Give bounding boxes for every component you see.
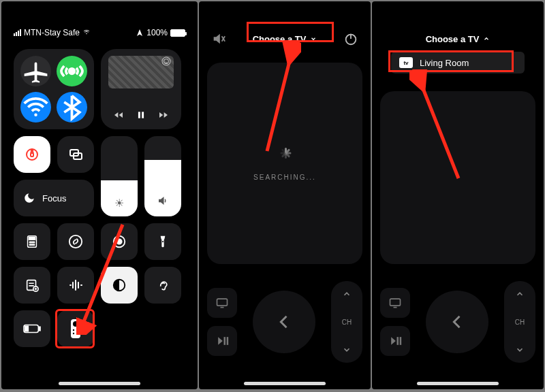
channel-rocker[interactable]: CH — [504, 281, 535, 363]
brightness-icon: ☀ — [101, 197, 138, 210]
svg-point-15 — [33, 242, 35, 243]
media-tile[interactable] — [101, 49, 181, 129]
carrier-label: MTN-Stay Safe — [24, 28, 80, 37]
svg-point-32 — [77, 329, 78, 331]
volume-slider[interactable] — [144, 136, 181, 216]
control-center-screen: MTN-Stay Safe 100% — [1, 1, 198, 389]
play-pause-button[interactable] — [207, 326, 237, 356]
screen-mirroring-toggle[interactable] — [57, 136, 94, 173]
battery-pct: 100% — [146, 28, 168, 37]
svg-point-14 — [31, 242, 33, 243]
svg-point-2 — [34, 114, 37, 117]
screen-record-button[interactable] — [101, 223, 138, 260]
svg-point-21 — [116, 239, 121, 244]
svg-rect-39 — [224, 337, 226, 345]
remote-touchpad[interactable]: SEARCHING... — [207, 63, 362, 264]
rewind-button[interactable] — [113, 110, 124, 122]
calculator-button[interactable] — [14, 223, 50, 260]
svg-rect-28 — [25, 326, 29, 331]
svg-point-17 — [31, 244, 33, 246]
choose-tv-button[interactable]: Choose a TV — [418, 30, 499, 48]
brightness-slider[interactable]: ☀ — [101, 136, 138, 216]
svg-rect-6 — [142, 112, 144, 118]
flashlight-button[interactable] — [144, 223, 181, 260]
notes-button[interactable] — [14, 267, 50, 304]
location-icon — [136, 29, 144, 37]
searching-label: SEARCHING... — [253, 174, 316, 181]
svg-rect-12 — [29, 238, 35, 240]
connectivity-tile[interactable] — [14, 49, 94, 129]
svg-point-34 — [77, 333, 78, 334]
low-power-toggle[interactable] — [14, 310, 50, 347]
dark-mode-toggle[interactable] — [101, 267, 138, 304]
back-button[interactable] — [426, 291, 488, 353]
status-bar: MTN-Stay Safe 100% — [14, 23, 185, 42]
svg-point-16 — [29, 244, 31, 246]
svg-rect-40 — [227, 337, 229, 345]
wifi-toggle[interactable] — [20, 92, 51, 122]
power-icon[interactable] — [343, 31, 358, 46]
focus-toggle[interactable]: Focus — [14, 180, 94, 216]
chevron-up-icon — [483, 35, 490, 42]
svg-point-31 — [73, 329, 74, 331]
cell-signal-icon — [14, 29, 21, 36]
remote-screen-searching: Choose a TV SEARCHING... — [199, 1, 371, 389]
svg-point-30 — [73, 321, 78, 327]
channel-rocker[interactable]: CH — [331, 281, 362, 363]
chevron-down-icon[interactable] — [515, 345, 525, 355]
volume-icon — [144, 195, 181, 210]
airplane-toggle[interactable] — [20, 56, 51, 86]
remote-screen-dropdown: x Choose a TV x tv Living Room CH — [372, 1, 544, 389]
battery-icon — [170, 29, 185, 37]
forward-button[interactable] — [158, 110, 169, 122]
svg-rect-43 — [397, 337, 399, 345]
highlight-box — [388, 50, 514, 72]
home-indicator[interactable] — [417, 382, 499, 385]
svg-point-22 — [162, 241, 164, 242]
home-indicator[interactable] — [59, 382, 140, 385]
svg-point-1 — [69, 69, 75, 74]
highlight-box — [247, 22, 334, 42]
svg-point-33 — [73, 333, 74, 334]
svg-rect-38 — [217, 299, 228, 306]
shazam-button[interactable] — [57, 223, 94, 260]
remote-touchpad[interactable] — [380, 91, 535, 264]
focus-label: Focus — [42, 193, 66, 203]
tv-button[interactable] — [207, 288, 237, 318]
channel-label: CH — [342, 318, 352, 326]
orientation-lock-toggle[interactable] — [14, 136, 50, 173]
chevron-down-icon[interactable] — [342, 345, 352, 355]
svg-rect-8 — [31, 153, 33, 157]
cellular-toggle[interactable] — [57, 56, 87, 86]
hearing-button[interactable] — [144, 267, 181, 304]
bluetooth-toggle[interactable] — [57, 92, 87, 122]
svg-point-18 — [33, 244, 35, 246]
pause-button[interactable] — [136, 110, 146, 122]
loading-spinner — [275, 146, 294, 165]
mute-icon[interactable] — [211, 31, 226, 46]
airplay-icon[interactable] — [161, 56, 172, 69]
svg-point-3 — [162, 57, 170, 65]
wifi-status-icon — [82, 28, 91, 38]
svg-point-19 — [69, 235, 82, 248]
apple-tv-remote-button[interactable] — [57, 310, 94, 347]
svg-rect-44 — [400, 337, 402, 345]
svg-point-0 — [86, 33, 87, 34]
home-indicator[interactable] — [244, 382, 326, 385]
chevron-up-icon[interactable] — [342, 289, 352, 299]
play-pause-button[interactable] — [380, 326, 410, 356]
svg-rect-27 — [39, 327, 40, 331]
channel-label: CH — [515, 318, 525, 326]
choose-tv-label: Choose a TV — [426, 34, 480, 44]
tv-button[interactable] — [380, 288, 410, 318]
sound-recognition-button[interactable] — [57, 267, 94, 304]
chevron-up-icon[interactable] — [515, 289, 525, 299]
svg-rect-5 — [138, 112, 140, 118]
svg-point-13 — [29, 242, 31, 243]
svg-rect-42 — [390, 299, 401, 306]
back-button[interactable] — [253, 291, 315, 353]
